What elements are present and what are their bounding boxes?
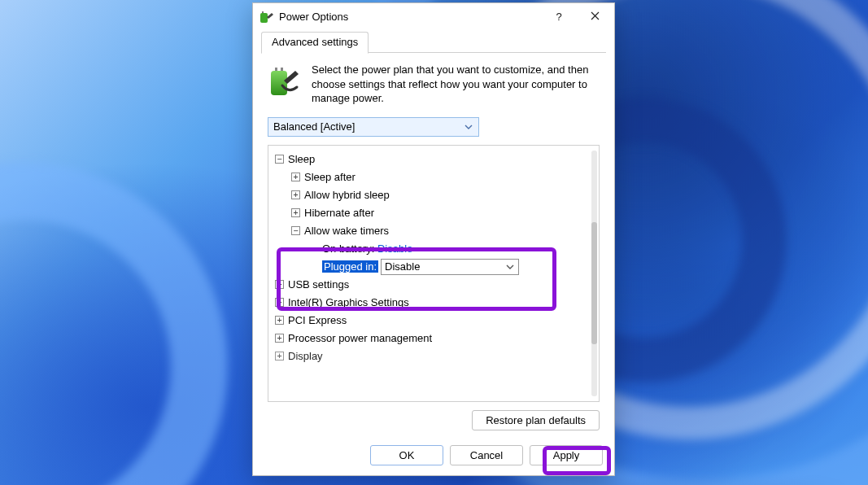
svg-rect-4 xyxy=(275,68,277,71)
description-text: Select the power plan that you want to c… xyxy=(312,63,600,106)
battery-plug-icon xyxy=(260,10,274,24)
tab-advanced-settings[interactable]: Advanced settings xyxy=(261,32,369,54)
tree-node-intel-graphics[interactable]: +Intel(R) Graphics Settings xyxy=(272,294,597,312)
expand-icon[interactable]: + xyxy=(275,334,284,343)
power-plan-dropdown[interactable]: Balanced [Active] xyxy=(268,117,479,137)
tree-node-usb-settings[interactable]: +USB settings xyxy=(272,276,597,294)
expand-icon[interactable]: + xyxy=(291,208,300,217)
settings-tree[interactable]: −Sleep +Sleep after +Allow hybrid sleep … xyxy=(268,145,600,402)
close-button[interactable] xyxy=(577,4,613,30)
tree-node-hibernate-after[interactable]: +Hibernate after xyxy=(272,204,597,222)
svg-rect-1 xyxy=(262,11,264,13)
chevron-down-icon xyxy=(464,122,473,134)
close-icon xyxy=(591,11,600,23)
scrollbar-thumb[interactable] xyxy=(591,222,597,344)
dialog-footer: OK Cancel Apply xyxy=(253,437,614,475)
ok-button[interactable]: OK xyxy=(370,445,443,465)
tree-node-plugged-in[interactable]: Plugged in: Disable xyxy=(272,258,597,276)
apply-button[interactable]: Apply xyxy=(530,445,603,465)
battery-large-icon xyxy=(268,63,300,98)
power-plan-selected: Balanced [Active] xyxy=(273,120,355,133)
svg-rect-3 xyxy=(271,71,287,95)
on-battery-value-link[interactable]: Disable xyxy=(377,242,412,255)
expand-icon[interactable]: + xyxy=(291,173,300,181)
cancel-button[interactable]: Cancel xyxy=(450,445,523,465)
expand-icon[interactable]: + xyxy=(291,190,300,199)
tabstrip: Advanced settings xyxy=(261,30,606,53)
expand-icon[interactable]: + xyxy=(275,298,284,307)
chevron-down-icon xyxy=(505,262,515,274)
expand-icon[interactable]: + xyxy=(275,352,284,360)
expand-icon[interactable]: + xyxy=(275,280,284,289)
collapse-icon[interactable]: − xyxy=(291,226,300,235)
svg-rect-0 xyxy=(260,13,268,23)
plugged-in-label-selected: Plugged in: xyxy=(322,260,378,273)
tree-node-on-battery[interactable]: On battery: Disable xyxy=(272,240,597,258)
tree-node-processor-power[interactable]: +Processor power management xyxy=(272,330,597,347)
tree-node-pci-express[interactable]: +PCI Express xyxy=(272,312,597,330)
tree-node-sleep-after[interactable]: +Sleep after xyxy=(272,168,597,186)
tree-node-display[interactable]: +Display xyxy=(272,347,597,365)
tree-node-sleep[interactable]: −Sleep xyxy=(272,151,597,168)
svg-rect-5 xyxy=(281,68,283,71)
tree-node-allow-wake-timers[interactable]: −Allow wake timers xyxy=(272,222,597,240)
plugged-in-dropdown[interactable]: Disable xyxy=(381,259,519,275)
expand-icon[interactable]: + xyxy=(275,316,284,325)
power-options-dialog: Power Options ? Advanced settings Select… xyxy=(252,2,615,476)
restore-plan-defaults-button[interactable]: Restore plan defaults xyxy=(472,410,600,430)
collapse-icon[interactable]: − xyxy=(275,155,284,164)
tree-node-allow-hybrid-sleep[interactable]: +Allow hybrid sleep xyxy=(272,186,597,204)
help-button[interactable]: ? xyxy=(541,4,577,30)
window-title: Power Options xyxy=(279,11,348,23)
titlebar: Power Options ? xyxy=(253,3,614,30)
